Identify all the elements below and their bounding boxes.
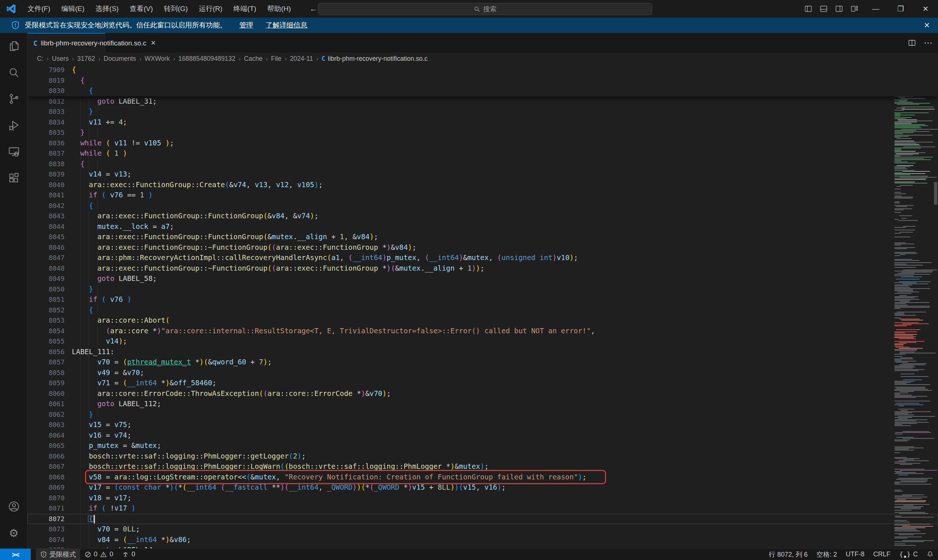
- code-line-8059[interactable]: 8059 v71 = (__int64 *)&off_58460;: [28, 378, 938, 389]
- code-line-8052[interactable]: 8052 {: [28, 305, 938, 316]
- settings-gear-icon[interactable]: ⚙: [0, 520, 28, 546]
- code-line-8047[interactable]: 8047 ara::phm::RecoveryActionImpl::callR…: [28, 253, 938, 263]
- code-line-8030[interactable]: 8030 {: [28, 86, 938, 96]
- code-line-8044[interactable]: 8044 mutex.__lock = a7;: [28, 222, 938, 232]
- code-editor[interactable]: 7909{8019 {8030 { 8032 goto LABEL_31;803…: [28, 65, 938, 548]
- encoding-status[interactable]: UTF-8: [841, 549, 869, 560]
- remote-explorer-icon[interactable]: [0, 138, 28, 165]
- code-line-8048[interactable]: 8048 ara::exec::FunctionGroup::~Function…: [28, 263, 938, 274]
- code-line-8033[interactable]: 8033 }: [28, 106, 938, 117]
- code-line-8070[interactable]: 8070 v18 = v17;: [28, 493, 938, 504]
- code-line-8035[interactable]: 8035 }: [28, 128, 938, 138]
- minimap[interactable]: [893, 65, 933, 548]
- toggle-panel-icon[interactable]: [819, 5, 828, 13]
- code-line-8065[interactable]: 8065 p_mutex = &mutex;: [28, 441, 938, 451]
- remote-indicator[interactable]: ><: [0, 549, 31, 560]
- code-line-8068[interactable]: 8068 v58 = ara::log::LogStream::operator…: [28, 472, 938, 483]
- banner-close-icon[interactable]: ✕: [924, 21, 930, 30]
- cursor-position[interactable]: 行 8072, 列 6: [764, 549, 812, 560]
- close-window-button[interactable]: ✕: [913, 0, 938, 18]
- ports-status[interactable]: 0: [118, 549, 140, 560]
- breadcrumb-segment[interactable]: Documents: [104, 55, 136, 62]
- code-line-7909[interactable]: 7909{: [28, 65, 938, 75]
- breadcrumb-segment[interactable]: 31762: [77, 55, 95, 62]
- menu-help[interactable]: 帮助(H): [262, 0, 296, 18]
- breadcrumb-segment[interactable]: Users: [52, 55, 69, 62]
- language-mode[interactable]: { } C: [895, 549, 922, 560]
- menu-edit[interactable]: 编辑(E): [56, 0, 90, 18]
- menu-selection[interactable]: 选择(S): [90, 0, 124, 18]
- menu-view[interactable]: 查看(V): [124, 0, 158, 18]
- code-line-8066[interactable]: 8066 bosch::vrte::saf::logging::PhmLogge…: [28, 451, 938, 462]
- menu-terminal[interactable]: 终端(T): [228, 0, 262, 18]
- breadcrumb-segment[interactable]: WXWork: [145, 55, 170, 62]
- code-line-8036[interactable]: 8036 while ( v11 != v105 );: [28, 138, 938, 149]
- code-line-8039[interactable]: 8039 v14 = v13;: [28, 169, 938, 180]
- code-line-8038[interactable]: 8038 {: [28, 159, 938, 169]
- breadcrumb-segment[interactable]: C:: [37, 55, 44, 62]
- workspace-trust-status[interactable]: 受限模式: [36, 549, 80, 560]
- split-editor-icon[interactable]: [907, 38, 916, 47]
- code-line-8045[interactable]: 8045 ara::exec::FunctionGroup::FunctionG…: [28, 232, 938, 243]
- code-line-8063[interactable]: 8063 v15 = v75;: [28, 420, 938, 430]
- code-line-8019[interactable]: 8019 {: [28, 75, 938, 86]
- code-line-8049[interactable]: 8049 goto LABEL_58;: [28, 274, 938, 284]
- extensions-icon[interactable]: [0, 165, 28, 191]
- breadcrumb-file[interactable]: C librb-phm-recovery-notification.so.c: [322, 55, 428, 63]
- code-line-8041[interactable]: 8041 if ( v76 == 1 ): [28, 190, 938, 201]
- back-arrow-icon[interactable]: ←: [310, 4, 318, 14]
- code-line-8053[interactable]: 8053 ara::core::Abort(: [28, 315, 938, 326]
- source-control-icon[interactable]: [0, 86, 28, 112]
- code-line-8046[interactable]: 8046 ara::exec::FunctionGroup::~Function…: [28, 243, 938, 253]
- breadcrumb-segment[interactable]: 2024-11: [290, 55, 313, 62]
- command-center-search[interactable]: 搜索: [318, 3, 652, 15]
- breadcrumb-segment[interactable]: Cache: [244, 55, 263, 62]
- code-line-8055[interactable]: 8055 v14);: [28, 336, 938, 347]
- account-icon[interactable]: [0, 493, 28, 520]
- code-line-8060[interactable]: 8060 ara::core::ErrorCode::ThrowAsExcept…: [28, 389, 938, 399]
- code-line-8073[interactable]: 8073 v70 = 0LL;: [28, 524, 938, 535]
- code-line-8067[interactable]: 8067 bosch::vrte::saf::logging::PhmLogge…: [28, 462, 938, 472]
- toggle-secondary-sidebar-icon[interactable]: [835, 5, 844, 13]
- code-line-8062[interactable]: 8062 }: [28, 409, 938, 420]
- toggle-sidebar-icon[interactable]: [804, 5, 813, 13]
- code-line-8058[interactable]: 8058 v49 = &v70;: [28, 368, 938, 378]
- code-line-8056[interactable]: 8056LABEL_111:: [28, 347, 938, 357]
- code-line-8057[interactable]: 8057 v70 = (pthread_mutex_t *)(&qword_60…: [28, 357, 938, 368]
- code-line-8061[interactable]: 8061 goto LABEL_112;: [28, 399, 938, 409]
- code-line-8042[interactable]: 8042 {: [28, 201, 938, 211]
- code-line-8034[interactable]: 8034 v11 += 4;: [28, 117, 938, 128]
- code-line-8069[interactable]: 8069 v17 = (const char *)(*(__int64 (__f…: [28, 482, 938, 493]
- code-line-8040[interactable]: 8040 ara::exec::FunctionGroup::Create(&v…: [28, 180, 938, 191]
- learn-more-link[interactable]: 了解详细信息: [266, 20, 307, 30]
- menu-run[interactable]: 运行(R): [194, 0, 228, 18]
- eol-status[interactable]: CRLF: [869, 549, 895, 560]
- vertical-scrollbar[interactable]: [933, 65, 938, 548]
- code-line-8075[interactable]: 8075 goto LABEL_14;: [28, 545, 938, 548]
- code-line-8074[interactable]: 8074 v84 = (__int64 *)&v86;: [28, 535, 938, 545]
- tab-librb-phm-recovery-notification[interactable]: C librb-phm-recovery-notification.so.c ✕: [28, 33, 105, 52]
- notifications-bell[interactable]: [922, 549, 938, 560]
- menu-go[interactable]: 转到(G): [158, 0, 193, 18]
- code-line-8054[interactable]: 8054 (ara::core *)"ara::core::internal::…: [28, 326, 938, 337]
- manage-trust-link[interactable]: 管理: [239, 20, 253, 30]
- scrollbar-thumb[interactable]: [934, 182, 937, 205]
- breadcrumb-segment[interactable]: File: [271, 55, 282, 62]
- indentation-status[interactable]: 空格: 2: [812, 549, 841, 560]
- run-debug-icon[interactable]: [0, 112, 28, 138]
- code-line-8071[interactable]: 8071 if ( !v17 ): [28, 503, 938, 514]
- code-line-8064[interactable]: 8064 v16 = v74;: [28, 430, 938, 441]
- problems-status[interactable]: 0 0: [80, 549, 118, 560]
- breadcrumb-segment[interactable]: 1688854809489132: [179, 55, 236, 62]
- search-sidebar-icon[interactable]: [0, 59, 28, 86]
- code-line-8051[interactable]: 8051 if ( v76 ): [28, 294, 938, 305]
- minimize-button[interactable]: —: [863, 0, 888, 18]
- code-line-8032[interactable]: 8032 goto LABEL_31;: [28, 96, 938, 107]
- restore-button[interactable]: ❐: [888, 0, 913, 18]
- code-line-8043[interactable]: 8043 ara::exec::FunctionGroup::FunctionG…: [28, 211, 938, 222]
- explorer-icon[interactable]: [0, 33, 28, 59]
- code-line-8050[interactable]: 8050 }: [28, 284, 938, 295]
- more-actions-icon[interactable]: ⋯: [924, 38, 933, 48]
- code-line-8037[interactable]: 8037 while ( 1 ): [28, 148, 938, 159]
- code-line-8072[interactable]: 8072 {: [28, 514, 938, 525]
